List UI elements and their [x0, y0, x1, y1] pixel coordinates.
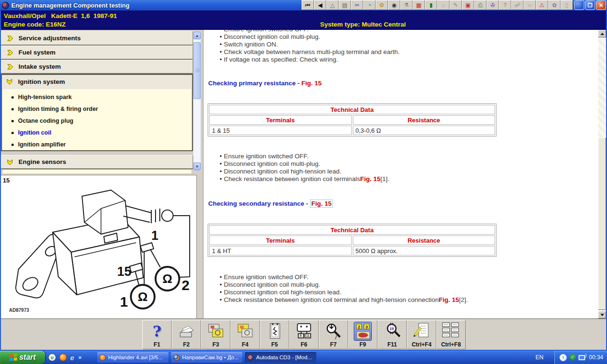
sidebar-item-engine-sensors[interactable]: Engine sensors [1, 155, 193, 169]
fkey-button-f1[interactable]: ? F1 [142, 320, 172, 349]
toolbar-icon[interactable]: ✇ [487, 0, 499, 10]
submenu-item-ignition-amplifier[interactable]: Ignition amplifier [11, 141, 66, 148]
sidebar-item-label: Engine sensors [18, 158, 66, 165]
bullet-item: •Disconnect ignition coil multi-plug. [218, 33, 320, 41]
sidebar-item-service-adjustments[interactable]: Service adjustments [1, 31, 193, 45]
content-scrollbar[interactable] [598, 30, 606, 318]
vehicle-name: Vauxhall/Opel Kadett-E 1,6 1987-91 [4, 12, 117, 19]
close-button[interactable]: ✕ [596, 0, 606, 10]
toolbar-icon[interactable]: ▮ [425, 0, 437, 10]
system-type: System type: Multec Central [320, 21, 406, 28]
language-indicator[interactable]: EN [535, 351, 544, 364]
toolbar-icon[interactable]: ☍ [511, 0, 524, 10]
svg-text:19: 19 [390, 327, 394, 331]
overflow-chevron-icon[interactable]: » [78, 354, 82, 361]
taskbar-task-autodata[interactable]: Autodata CD3 - [Mod... [245, 352, 316, 363]
figure-link[interactable]: Fig. 15 [302, 80, 322, 87]
figure-link-focused[interactable]: Fig. 15 [310, 200, 333, 208]
fkey-button-f9[interactable]: 2 3 F9 [348, 320, 377, 349]
toolbar-icon[interactable]: ✿ [548, 0, 561, 10]
toolbar-icon[interactable]: ◉ [388, 0, 400, 10]
table-title: Technical Data [209, 105, 495, 114]
internet-explorer-icon[interactable]: e [70, 354, 74, 362]
section-heading-primary: Checking primary resistance - Fig. 15 [208, 80, 322, 87]
figure-link[interactable]: Fig. 15 [360, 175, 380, 183]
taskbar-task-browser[interactable]: НаправиСам.bg • До... [171, 352, 242, 363]
submenu-item-octane-coding-plug[interactable]: Octane coding plug [11, 117, 74, 125]
fkey-label: F9 [349, 341, 377, 348]
submenu-item-ignition-coil[interactable]: Ignition coil [11, 129, 51, 136]
tray-chevron-icon[interactable]: ‹ [560, 354, 567, 361]
fkey-button-f2[interactable]: F2 [172, 320, 201, 349]
toolbar-icon[interactable]: ✂ [351, 0, 363, 10]
taskbar: start υ e » Highlander 4.avi [3/5... Нап… [0, 351, 607, 364]
section-heading-secondary: Checking secondary resistance - Fig. 15 [208, 200, 333, 207]
function-key-toolbar: ? F1 F2 F3 F4 F5 [0, 318, 607, 350]
toolbar-icon[interactable]: ▯ [561, 0, 573, 10]
submenu-item-high-tension-spark[interactable]: High-tension spark [11, 93, 72, 101]
engine-code: Engine code: E16NZ [4, 21, 66, 28]
fkey-button-ctrl-f8[interactable]: Ctrl+F8 [436, 320, 466, 349]
bullet-dot [11, 120, 14, 122]
task-label: Autodata CD3 - [Mod... [256, 355, 312, 360]
figure-link[interactable]: Fig. 15 [439, 296, 459, 304]
scroll-down-button[interactable]: ▼ [193, 163, 201, 170]
vehicle-header: Vauxhall/Opel Kadett-E 1,6 1987-91 Engin… [0, 10, 607, 30]
start-button[interactable]: start [0, 351, 45, 364]
minimize-button[interactable]: _ [574, 0, 584, 10]
toolbar-icon[interactable]: △ [326, 0, 339, 10]
clock[interactable]: 00:34 [589, 354, 603, 361]
fkey-button-f3[interactable]: F3 [201, 320, 230, 349]
toolbar-icon[interactable]: ⏮ [302, 0, 314, 10]
technical-data-table-secondary: Technical Data Terminals Resistance 1 & … [208, 224, 497, 257]
start-label: start [19, 353, 36, 362]
fkey-label: F3 [202, 341, 230, 348]
scrollbar-thumb[interactable] [598, 137, 606, 310]
toolbar-icon[interactable]: ▣ [462, 0, 474, 10]
scrollbar-thumb[interactable] [193, 42, 201, 99]
orange-ball-icon[interactable] [59, 354, 67, 361]
toolbar-icon[interactable]: ⌂ [437, 0, 450, 10]
sidebar-scrollbar[interactable]: ▲ ▼ [193, 31, 201, 171]
connector-icon: 511 [290, 321, 318, 341]
scroll-down-button[interactable] [598, 311, 606, 318]
submenu-item-ignition-timing[interactable]: Ignition timing & firing order [11, 105, 98, 113]
badge: 2 [356, 324, 362, 329]
utorrent-icon[interactable]: υ [48, 354, 56, 361]
toolbar-icon[interactable]: ⚗ [400, 0, 413, 10]
scroll-up-button[interactable]: ▲ [193, 32, 201, 39]
restore-button[interactable]: ❐ [585, 0, 595, 10]
sidebar-item-intake-system[interactable]: Intake system [1, 60, 193, 73]
scroll-up-button[interactable] [598, 30, 606, 37]
notes-icon [407, 321, 436, 341]
fkey-button-f6[interactable]: 511 F6 [289, 320, 319, 349]
toolbar-icon[interactable]: ◔ [363, 0, 376, 10]
toolbar-icon[interactable]: ▤ [339, 0, 351, 10]
toolbar-icon[interactable]: ? [499, 0, 511, 10]
fkey-button-f7[interactable]: F7 [319, 320, 348, 349]
toolbar-icon[interactable]: ⚙ [376, 0, 388, 10]
taskbar-task-highlander[interactable]: Highlander 4.avi [3/5... [97, 352, 168, 363]
fkey-button-f5[interactable]: F5 [260, 320, 289, 349]
toolbar-icon[interactable]: ○ [524, 0, 536, 10]
toolbar-icon[interactable]: ⚠ [536, 0, 548, 10]
fkey-button-f4[interactable]: F4 [230, 320, 260, 349]
fkey-button-f11[interactable]: 19 F11 [377, 320, 407, 349]
toolbar-icon[interactable]: ▦ [413, 0, 425, 10]
security-shield-icon[interactable]: ✓ [570, 354, 576, 361]
sidebar-item-ignition-system[interactable]: Ignition system [2, 75, 192, 88]
fkey-button-ctrl-f4[interactable]: Ctrl+F4 [407, 320, 436, 349]
toolbar-icon[interactable]: ◀ [314, 0, 326, 10]
table-cell-resistance: 5000 Ω approx. [353, 246, 496, 255]
expand-arrow-icon [7, 64, 13, 70]
sidebar-item-fuel-system[interactable]: Fuel system [1, 46, 193, 59]
toolbar-icon[interactable]: ✎ [450, 0, 462, 10]
network-icon[interactable] [579, 355, 585, 360]
heading-text: Checking primary resistance [208, 80, 296, 87]
titlebar-toolbar: ⏮◀△▤✂◔⚙◉⚗▦▮⌂✎▣⎙✇?☍○⚠✿▯ [302, 0, 573, 10]
table-cell-resistance: 0,3-0,6 Ω [353, 126, 496, 135]
toolbar-icon[interactable]: ⎙ [474, 0, 487, 10]
language-label: EN [535, 354, 543, 361]
sidebar-item-label: Intake system [18, 63, 61, 70]
fkey-label: F11 [378, 341, 406, 348]
